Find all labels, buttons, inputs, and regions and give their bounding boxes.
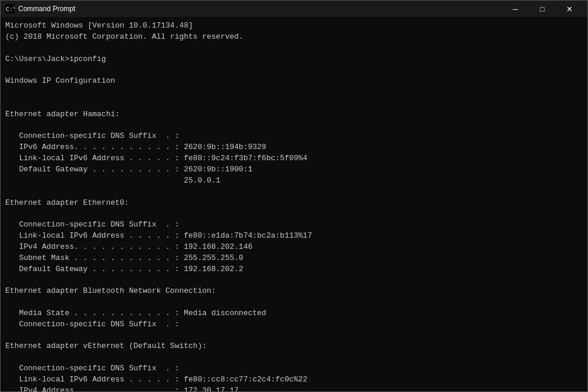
cmd-icon: C:\ bbox=[5, 4, 15, 13]
svg-text:C:\: C:\ bbox=[6, 6, 15, 13]
command-prompt-window: C:\ Command Prompt ─ □ ✕ Microsoft Windo… bbox=[0, 0, 588, 392]
maximize-button[interactable]: □ bbox=[529, 1, 556, 17]
terminal-output[interactable]: Microsoft Windows [Version 10.0.17134.48… bbox=[1, 17, 587, 391]
close-button[interactable]: ✕ bbox=[556, 1, 583, 17]
window-controls: ─ □ ✕ bbox=[502, 1, 583, 17]
title-bar: C:\ Command Prompt ─ □ ✕ bbox=[1, 1, 587, 17]
window-title: Command Prompt bbox=[18, 5, 502, 13]
minimize-button[interactable]: ─ bbox=[502, 1, 529, 17]
